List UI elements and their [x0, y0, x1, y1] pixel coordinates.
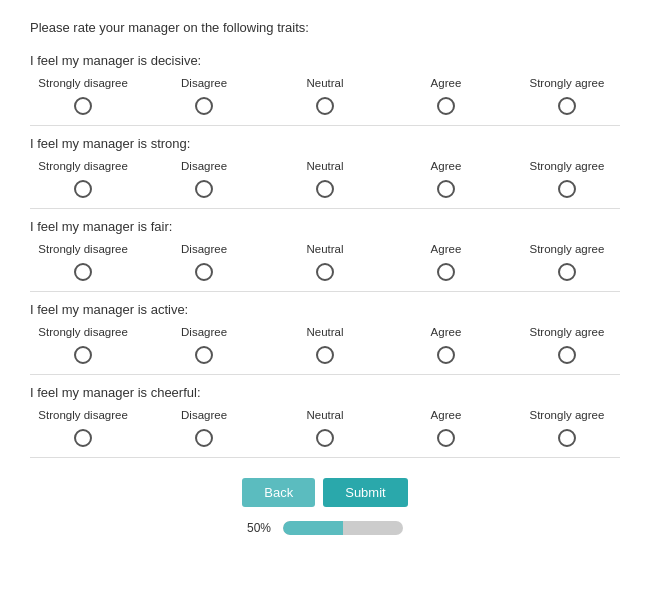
option-item-2-5: Strongly agree	[514, 159, 620, 198]
option-item-1-1: Strongly disagree	[30, 76, 136, 115]
option-item-5-2: Disagree	[151, 408, 257, 447]
progress-bar-fill	[283, 521, 343, 535]
option-label-2-2: Disagree	[181, 159, 227, 174]
option-item-1-2: Disagree	[151, 76, 257, 115]
radio-1-2[interactable]	[195, 97, 213, 115]
radio-5-5[interactable]	[558, 429, 576, 447]
question-block-2: I feel my manager is strong:Strongly dis…	[30, 136, 620, 209]
option-item-3-2: Disagree	[151, 242, 257, 281]
survey-container: Please rate your manager on the followin…	[30, 20, 620, 535]
option-item-1-3: Neutral	[272, 76, 378, 115]
option-label-2-4: Agree	[431, 159, 462, 174]
radio-4-3[interactable]	[316, 346, 334, 364]
option-label-4-5: Strongly agree	[530, 325, 605, 340]
radio-3-2[interactable]	[195, 263, 213, 281]
option-item-4-5: Strongly agree	[514, 325, 620, 364]
option-label-1-1: Strongly disagree	[38, 76, 128, 91]
option-label-5-3: Neutral	[306, 408, 343, 423]
option-label-4-4: Agree	[431, 325, 462, 340]
option-item-4-1: Strongly disagree	[30, 325, 136, 364]
option-label-5-2: Disagree	[181, 408, 227, 423]
option-item-3-4: Agree	[393, 242, 499, 281]
radio-1-5[interactable]	[558, 97, 576, 115]
radio-2-1[interactable]	[74, 180, 92, 198]
radio-2-4[interactable]	[437, 180, 455, 198]
option-label-4-2: Disagree	[181, 325, 227, 340]
option-label-3-2: Disagree	[181, 242, 227, 257]
options-row-1: Strongly disagreeDisagreeNeutralAgreeStr…	[30, 76, 620, 115]
radio-5-2[interactable]	[195, 429, 213, 447]
radio-3-5[interactable]	[558, 263, 576, 281]
radio-3-3[interactable]	[316, 263, 334, 281]
option-item-5-4: Agree	[393, 408, 499, 447]
questions-area: I feel my manager is decisive:Strongly d…	[30, 53, 620, 458]
options-row-4: Strongly disagreeDisagreeNeutralAgreeStr…	[30, 325, 620, 364]
radio-3-4[interactable]	[437, 263, 455, 281]
option-label-3-5: Strongly agree	[530, 242, 605, 257]
option-item-2-4: Agree	[393, 159, 499, 198]
options-row-3: Strongly disagreeDisagreeNeutralAgreeStr…	[30, 242, 620, 281]
radio-5-3[interactable]	[316, 429, 334, 447]
option-item-2-1: Strongly disagree	[30, 159, 136, 198]
question-label-2: I feel my manager is strong:	[30, 136, 620, 151]
option-label-3-3: Neutral	[306, 242, 343, 257]
radio-5-4[interactable]	[437, 429, 455, 447]
option-item-4-4: Agree	[393, 325, 499, 364]
question-label-4: I feel my manager is active:	[30, 302, 620, 317]
option-item-3-1: Strongly disagree	[30, 242, 136, 281]
progress-label: 50%	[247, 521, 277, 535]
option-label-3-1: Strongly disagree	[38, 242, 128, 257]
radio-5-1[interactable]	[74, 429, 92, 447]
option-label-1-5: Strongly agree	[530, 76, 605, 91]
option-item-3-5: Strongly agree	[514, 242, 620, 281]
option-label-2-1: Strongly disagree	[38, 159, 128, 174]
progress-row: 50%	[247, 521, 403, 535]
option-item-5-3: Neutral	[272, 408, 378, 447]
radio-1-3[interactable]	[316, 97, 334, 115]
radio-2-3[interactable]	[316, 180, 334, 198]
option-label-2-3: Neutral	[306, 159, 343, 174]
question-label-5: I feel my manager is cheerful:	[30, 385, 620, 400]
option-label-4-3: Neutral	[306, 325, 343, 340]
progress-bar-container	[283, 521, 403, 535]
option-label-5-5: Strongly agree	[530, 408, 605, 423]
radio-4-4[interactable]	[437, 346, 455, 364]
option-item-4-2: Disagree	[151, 325, 257, 364]
option-label-1-4: Agree	[431, 76, 462, 91]
option-label-3-4: Agree	[431, 242, 462, 257]
options-row-2: Strongly disagreeDisagreeNeutralAgreeStr…	[30, 159, 620, 198]
radio-2-2[interactable]	[195, 180, 213, 198]
option-item-1-5: Strongly agree	[514, 76, 620, 115]
option-label-4-1: Strongly disagree	[38, 325, 128, 340]
radio-4-1[interactable]	[74, 346, 92, 364]
radio-4-2[interactable]	[195, 346, 213, 364]
question-block-4: I feel my manager is active:Strongly dis…	[30, 302, 620, 375]
option-item-2-2: Disagree	[151, 159, 257, 198]
submit-button[interactable]: Submit	[323, 478, 407, 507]
question-block-3: I feel my manager is fair:Strongly disag…	[30, 219, 620, 292]
question-label-3: I feel my manager is fair:	[30, 219, 620, 234]
option-item-3-3: Neutral	[272, 242, 378, 281]
question-block-1: I feel my manager is decisive:Strongly d…	[30, 53, 620, 126]
option-item-5-1: Strongly disagree	[30, 408, 136, 447]
option-label-5-1: Strongly disagree	[38, 408, 128, 423]
buttons-row: Back Submit	[242, 478, 407, 507]
options-row-5: Strongly disagreeDisagreeNeutralAgreeStr…	[30, 408, 620, 447]
option-label-2-5: Strongly agree	[530, 159, 605, 174]
question-block-5: I feel my manager is cheerful:Strongly d…	[30, 385, 620, 458]
radio-1-4[interactable]	[437, 97, 455, 115]
survey-title: Please rate your manager on the followin…	[30, 20, 620, 35]
option-item-2-3: Neutral	[272, 159, 378, 198]
option-label-1-2: Disagree	[181, 76, 227, 91]
radio-2-5[interactable]	[558, 180, 576, 198]
radio-3-1[interactable]	[74, 263, 92, 281]
radio-1-1[interactable]	[74, 97, 92, 115]
radio-4-5[interactable]	[558, 346, 576, 364]
option-label-1-3: Neutral	[306, 76, 343, 91]
option-item-5-5: Strongly agree	[514, 408, 620, 447]
option-item-1-4: Agree	[393, 76, 499, 115]
back-button[interactable]: Back	[242, 478, 315, 507]
question-label-1: I feel my manager is decisive:	[30, 53, 620, 68]
footer-area: Back Submit 50%	[30, 478, 620, 535]
option-item-4-3: Neutral	[272, 325, 378, 364]
